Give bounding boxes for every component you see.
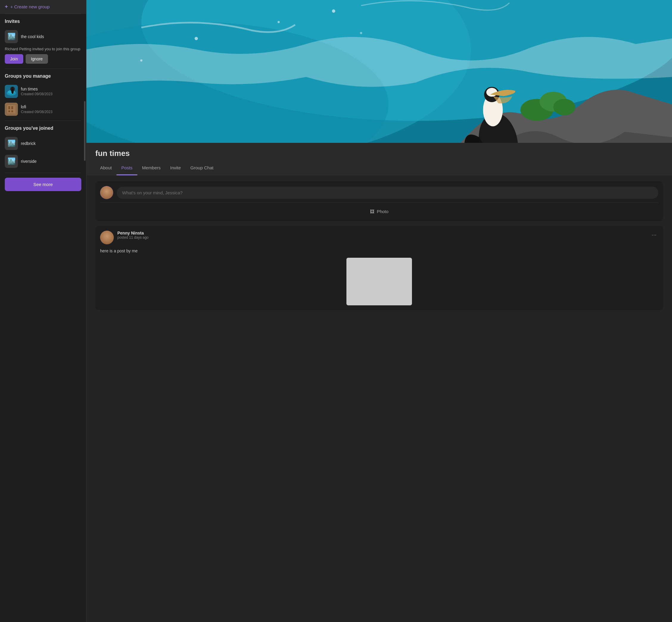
group-title-section: fun times: [86, 143, 672, 161]
sidebar: + + Create new group Invites 🏙️ the cool…: [0, 0, 86, 622]
create-new-group-button[interactable]: + + Create new group: [0, 0, 86, 14]
plus-icon: +: [5, 4, 8, 10]
svg-point-29: [332, 9, 335, 13]
post-input-card: 🖼 Photo: [95, 181, 663, 221]
svg-rect-8: [8, 106, 10, 109]
tab-invite[interactable]: Invite: [165, 161, 186, 175]
group-title: fun times: [95, 149, 663, 158]
groups-joined-heading: Groups you've joined: [5, 126, 81, 131]
ignore-button[interactable]: Ignore: [26, 54, 48, 64]
tab-group-chat[interactable]: Group Chat: [186, 161, 218, 175]
group-manage-item-lofi[interactable]: lofi Created 09/08/2023: [5, 100, 81, 118]
svg-point-5: [11, 89, 14, 94]
invites-heading: Invites: [5, 19, 81, 24]
group-manage-info-lofi: lofi Created 09/08/2023: [21, 104, 81, 114]
invite-description: Richard Petting invited you to join this…: [5, 47, 81, 51]
groups-manage-section: Groups you manage fun times Created 09/0…: [0, 69, 86, 120]
group-joined-avatar-redbrick: 🏙️: [5, 137, 18, 150]
svg-rect-11: [11, 110, 13, 112]
join-button[interactable]: Join: [5, 54, 23, 64]
invite-group-name: the cool kids: [21, 34, 81, 39]
group-manage-item-fun-times[interactable]: fun times Created 09/08/2023: [5, 82, 81, 100]
group-joined-avatar-riverside: 🏙️: [5, 155, 18, 168]
svg-point-28: [140, 59, 142, 61]
invite-group-avatar: 🏙️: [5, 30, 18, 43]
invite-buttons: Join Ignore: [5, 54, 81, 64]
invite-group-info: the cool kids: [21, 34, 81, 39]
group-manage-name-lofi: lofi: [21, 104, 81, 109]
group-manage-meta-fun-times: Created 09/08/2023: [21, 92, 81, 96]
penny-avatar-image: [100, 231, 114, 244]
group-tabs: About Posts Members Invite Group Chat: [86, 161, 672, 175]
group-joined-info-riverside: riverside: [21, 159, 81, 164]
post-author-avatar: [100, 231, 114, 244]
photo-button[interactable]: 🖼 Photo: [100, 207, 658, 216]
groups-joined-section: Groups you've joined 🏙️ redbrick 🏙️ rive…: [0, 121, 86, 173]
post-area: 🖼 Photo ··· Penny Ninsta posted 11 days …: [86, 175, 672, 316]
post-image: [346, 258, 412, 305]
group-manage-meta-lofi: Created 09/08/2023: [21, 110, 81, 114]
group-joined-info-redbrick: redbrick: [21, 141, 81, 146]
post-header: Penny Ninsta posted 11 days ago: [100, 231, 658, 244]
photo-icon: 🖼: [370, 209, 375, 214]
svg-point-18: [553, 99, 575, 115]
invites-section: Invites 🏙️ the cool kids Richard Petting…: [0, 14, 86, 68]
group-manage-name-fun-times: fun times: [21, 87, 81, 91]
group-joined-item-redbrick[interactable]: 🏙️ redbrick: [5, 135, 81, 152]
post-content: here is a post by me: [100, 248, 658, 254]
group-manage-avatar-fun-times: [5, 85, 18, 98]
post-timestamp: posted 11 days ago: [117, 235, 658, 240]
divider-joined: [5, 173, 81, 173]
create-group-label: + Create new group: [10, 4, 50, 9]
svg-point-26: [278, 21, 280, 23]
tab-posts[interactable]: Posts: [117, 161, 137, 175]
post-card: ··· Penny Ninsta posted 11 days ago here…: [95, 226, 663, 310]
current-user-avatar: [100, 186, 113, 199]
jessica-avatar-image: [100, 186, 113, 199]
post-input-row: [100, 186, 658, 199]
scroll-indicator: [84, 101, 86, 161]
group-joined-item-riverside[interactable]: 🏙️ riverside: [5, 152, 81, 170]
svg-point-25: [194, 37, 198, 40]
invite-item-cool-kids[interactable]: 🏙️ the cool kids: [5, 28, 81, 45]
svg-point-27: [360, 32, 362, 34]
svg-rect-9: [11, 106, 13, 109]
groups-manage-heading: Groups you manage: [5, 73, 81, 79]
group-joined-name-riverside: riverside: [21, 159, 81, 164]
post-author-name: Penny Ninsta: [117, 231, 658, 235]
main-content: fun times About Posts Members Invite Gro…: [86, 0, 672, 622]
group-manage-info-fun-times: fun times Created 09/08/2023: [21, 87, 81, 96]
group-header-image: [86, 0, 672, 143]
post-input-divider: [100, 203, 658, 203]
svg-rect-10: [8, 110, 10, 112]
group-manage-avatar-lofi: [5, 103, 18, 116]
post-more-options-button[interactable]: ···: [649, 230, 659, 239]
see-more-button[interactable]: See more: [5, 178, 81, 191]
group-joined-name-redbrick: redbrick: [21, 141, 81, 146]
tab-members[interactable]: Members: [137, 161, 166, 175]
post-text-input[interactable]: [117, 186, 658, 199]
photo-label: Photo: [377, 209, 388, 214]
post-user-info: Penny Ninsta posted 11 days ago: [117, 231, 658, 240]
tab-about[interactable]: About: [95, 161, 117, 175]
